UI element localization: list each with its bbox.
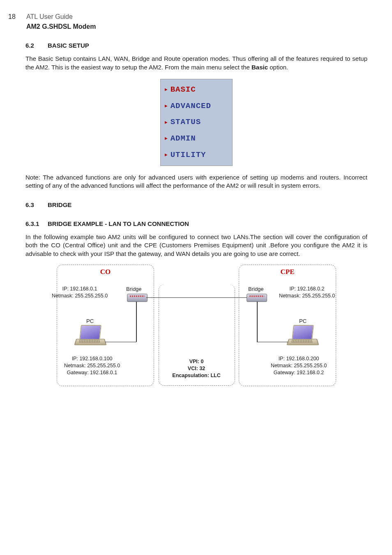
triangle-icon: ▶ xyxy=(165,136,168,142)
doc-title: ATL User Guide xyxy=(26,12,96,21)
menu-label: ADMIN xyxy=(171,134,196,144)
menu-label: ADVANCED xyxy=(171,101,211,112)
menu-label: UTILITY xyxy=(171,150,206,161)
menu-label: STATUS xyxy=(171,117,201,128)
link-params: VPI: 0 VCI: 32 Encapsulation: LLC xyxy=(159,358,234,379)
modem-icon xyxy=(247,294,267,302)
modem-icon xyxy=(127,294,148,302)
page-header: 18 ATL User Guide AM2 G.SHDSL Modem xyxy=(8,12,367,31)
menu-item-status[interactable]: ▶ STATUS xyxy=(161,114,232,131)
wan-link-line xyxy=(146,297,247,298)
bridge-label-cpe: Bridge xyxy=(248,286,264,293)
triangle-icon: ▶ xyxy=(165,103,168,109)
menu-label: BASIC xyxy=(171,85,196,95)
section-number: 6.2 xyxy=(25,41,48,50)
para-bridge-example: In the following example two AM2 units w… xyxy=(25,233,367,258)
cpe-modem-ip-block: IP: 192.168.0.2 Netmask: 255.255.255.0 xyxy=(272,286,342,299)
triangle-icon: ▶ xyxy=(165,152,168,158)
menu-item-admin[interactable]: ▶ ADMIN xyxy=(161,131,232,147)
laptop-icon xyxy=(75,325,105,346)
heading-6-2: 6.2BASIC SETUP xyxy=(25,41,367,50)
triangle-icon: ▶ xyxy=(165,120,168,126)
cpe-title: CPE xyxy=(239,267,336,277)
para-basic-setup: The Basic Setup contains LAN, WAN, Bridg… xyxy=(25,55,367,71)
main-menu-screenshot: ▶ BASIC ▶ ADVANCED ▶ STATUS ▶ ADMIN ▶ UT… xyxy=(160,79,233,166)
page-number: 18 xyxy=(8,12,16,21)
section-number: 6.3 xyxy=(25,201,48,209)
cpe-pc-ip-block: IP: 192.168.0.200 Netmask: 255.255.255.0… xyxy=(260,355,338,376)
section-title: BASIC SETUP xyxy=(48,42,89,49)
section-title: BRIDGE xyxy=(48,201,71,208)
co-pc-ip-block: IP: 192.168.0.100 Netmask: 255.255.255.0… xyxy=(53,355,131,376)
menu-item-basic[interactable]: ▶ BASIC xyxy=(161,82,232,98)
laptop-icon xyxy=(288,325,317,346)
para-note-advanced: Note: The advanced functions are only fo… xyxy=(25,173,367,190)
pc-label-cpe: PC xyxy=(270,318,336,325)
bridge-label-co: Bridge xyxy=(126,286,142,293)
bridge-diagram: CO IP: 192.168.0.1 Netmask: 255.255.255.… xyxy=(57,265,336,388)
co-box: CO IP: 192.168.0.1 Netmask: 255.255.255.… xyxy=(57,265,154,386)
pc-label-co: PC xyxy=(57,318,123,325)
triangle-icon: ▶ xyxy=(165,87,168,93)
menu-item-utility[interactable]: ▶ UTILITY xyxy=(161,147,232,164)
menu-item-advanced[interactable]: ▶ ADVANCED xyxy=(161,98,232,115)
co-title: CO xyxy=(57,267,154,277)
cpe-box: CPE Bridge IP: 192.168.0.2 Netmask: 255.… xyxy=(239,265,336,386)
section-number: 6.3.1 xyxy=(25,220,48,228)
co-modem-ip-block: IP: 192.168.0.1 Netmask: 255.255.255.0 xyxy=(45,286,115,299)
doc-subtitle: AM2 G.SHDSL Modem xyxy=(26,22,96,31)
section-title: BRIDGE EXAMPLE - LAN TO LAN CONNECTION xyxy=(48,220,189,227)
heading-6-3: 6.3BRIDGE xyxy=(25,201,367,209)
heading-6-3-1: 6.3.1BRIDGE EXAMPLE - LAN TO LAN CONNECT… xyxy=(25,220,367,228)
